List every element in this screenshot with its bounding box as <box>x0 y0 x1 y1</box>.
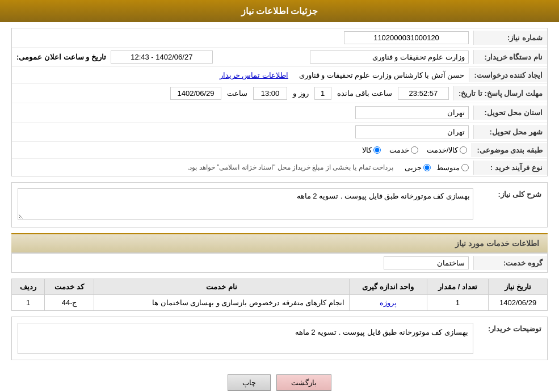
category-kala-khedmat-label: کالا/خدمت <box>427 146 459 154</box>
cell-service-name: انجام کارهای متفرقه درخصوص بازسازی و بهس… <box>94 295 349 311</box>
col-unit: واحد اندازه گیری <box>349 279 427 295</box>
col-quantity: تعداد / مقدار <box>427 279 489 295</box>
category-label: طبقه بندی موضوعی: <box>472 143 547 157</box>
info-section: شماره نیاز: 1102000031000120 نام دستگاه … <box>11 28 548 176</box>
creator-text: حسن آتش با کارشناس وزارت علوم تحقیقات و … <box>299 71 465 79</box>
main-content: شماره نیاز: 1102000031000120 نام دستگاه … <box>0 22 559 392</box>
city-row: شهر محل تحویل: تهران <box>12 123 547 142</box>
table-row: 1402/06/29 1 پروژه انجام کارهای متفرقه د… <box>12 295 548 311</box>
org-date-row: نام دستگاه خریدار: وزارت علوم تحقیقات و … <box>12 48 547 67</box>
category-kala-radio[interactable] <box>373 146 381 154</box>
description-value-wrapper: بهسازی کف موتورخانه طبق فایل پیوست . تسو… <box>18 188 473 221</box>
service-group-row: گروه خدمت: ساختمان <box>12 254 547 272</box>
deadline-time-label: ساعت <box>227 89 247 98</box>
remaining-label: ساعت باقی مانده <box>337 89 392 98</box>
city-label: شهر محل تحویل: <box>473 125 547 139</box>
province-value: تهران <box>12 103 473 122</box>
announce-date-label: تاریخ و ساعت اعلان عمومی: <box>16 53 106 61</box>
services-table: تاریخ نیاز تعداد / مقدار واحد اندازه گیر… <box>11 279 548 311</box>
province-label: استان محل تحویل: <box>473 106 547 120</box>
contact-link[interactable]: اطلاعات تماس خریدار <box>220 71 288 79</box>
province-input: تهران <box>355 106 469 119</box>
deadline-days: 1 <box>314 87 331 100</box>
print-button[interactable]: چاپ <box>228 374 271 391</box>
org-value: وزارت علوم تحقیقات و فناوری <box>217 48 473 66</box>
purchase-note: پرداخت تمام یا بخشی از مبلغ خریداز محل "… <box>187 163 393 171</box>
col-service-code: کد خدمت <box>45 279 94 295</box>
purchase-type-value: متوسط جزیی پرداخت تمام یا بخشی از مبلغ خ… <box>12 161 473 175</box>
creator-value: حسن آتش با کارشناس وزارت علوم تحقیقات و … <box>12 68 469 82</box>
col-service-name: نام خدمت <box>94 279 349 295</box>
cell-unit: پروژه <box>349 295 427 311</box>
deadline-date-row: 23:52:57 ساعت باقی مانده 1 روز و 13:00 س… <box>16 87 449 100</box>
org-input: وزارت علوم تحقیقات و فناوری <box>310 50 469 64</box>
cell-date: 1402/06/29 <box>489 295 548 311</box>
purchase-type-row: نوع فرآیند خرید : متوسط جزیی پرداخت تمام… <box>12 159 547 176</box>
cell-row-num: 1 <box>12 295 45 311</box>
button-row: بازگشت چاپ <box>11 366 548 392</box>
services-section: گروه خدمت: ساختمان <box>11 253 548 273</box>
col-row-num: ردیف <box>12 279 45 295</box>
need-number-value: 1102000031000120 <box>12 28 473 47</box>
page-header: جزئیات اطلاعات نیاز <box>0 0 559 22</box>
back-button[interactable]: بازگشت <box>276 374 331 391</box>
description-label: شرح کلی نیاز: <box>479 188 541 199</box>
deadline-date: 1402/06/29 <box>170 87 221 100</box>
deadline-days-label: روز و <box>293 89 309 98</box>
purchase-mutawasset-radio[interactable] <box>461 164 469 171</box>
buyer-notes-label: توضیحات خریدار: <box>479 323 541 333</box>
description-row: شرح کلی نیاز: بهسازی کف موتورخانه طبق فا… <box>18 188 541 221</box>
province-row: استان محل تحویل: تهران <box>12 103 547 123</box>
purchase-type-group: متوسط جزیی پرداخت تمام یا بخشی از مبلغ خ… <box>16 163 469 172</box>
category-kala-khedmat-item: کالا/خدمت <box>427 146 468 154</box>
deadline-time: 13:00 <box>253 87 287 100</box>
purchase-jozii-item: جزیی <box>405 163 431 172</box>
purchase-mutawasset-item: متوسط <box>436 163 469 172</box>
page-title: جزئیات اطلاعات نیاز <box>241 6 318 16</box>
category-kala-khedmat-radio[interactable] <box>460 146 467 154</box>
purchase-mutawasset-label: متوسط <box>436 163 460 172</box>
need-number-label: شماره نیاز: <box>473 31 547 45</box>
category-kala-label: کالا <box>362 146 372 154</box>
services-section-title: اطلاعات خدمات مورد نیاز <box>11 233 548 253</box>
remaining-time: 23:52:57 <box>398 87 449 100</box>
creator-label: ایجاد کننده درخواست: <box>469 68 547 82</box>
service-group-input: ساختمان <box>384 256 469 269</box>
col-date: تاریخ نیاز <box>489 279 548 295</box>
cell-quantity: 1 <box>427 295 489 311</box>
city-value: تهران <box>12 123 473 141</box>
need-number-row: شماره نیاز: 1102000031000120 <box>12 28 547 48</box>
buyer-notes-section: توضیحات خریدار: بهسازی کف موتورخانه طبق … <box>11 317 548 360</box>
category-value: کالا/خدمت خدمت کالا <box>12 143 472 157</box>
cell-service-code: ج-44 <box>45 295 94 311</box>
announce-date-value: 1402/06/27 - 12:43 <box>111 50 213 64</box>
category-radio-group: کالا/خدمت خدمت کالا <box>16 146 467 154</box>
purchase-jozii-label: جزیی <box>405 163 422 172</box>
creator-row: ایجاد کننده درخواست: حسن آتش با کارشناس … <box>12 67 547 84</box>
description-section: شرح کلی نیاز: بهسازی کف موتورخانه طبق فا… <box>11 182 548 227</box>
buyer-notes-row: توضیحات خریدار: بهسازی کف موتورخانه طبق … <box>18 323 541 354</box>
table-header-row: تاریخ نیاز تعداد / مقدار واحد اندازه گیر… <box>12 279 548 295</box>
category-khedmat-item: خدمت <box>389 146 418 154</box>
org-label: نام دستگاه خریدار: <box>473 50 547 64</box>
service-group-value: ساختمان <box>12 254 473 272</box>
city-input: تهران <box>355 125 469 138</box>
need-number-input: 1102000031000120 <box>344 31 469 44</box>
category-khedmat-label: خدمت <box>389 146 409 154</box>
buyer-notes-value-wrapper: بهسازی کف موتورخانه طبق فایل پیوست . تسو… <box>18 323 473 354</box>
purchase-type-label: نوع فرآیند خرید : <box>473 161 547 175</box>
description-textarea[interactable]: بهسازی کف موتورخانه طبق فایل پیوست . تسو… <box>18 188 473 220</box>
deadline-label: مهلت ارسال پاسخ: تا تاریخ: <box>453 86 547 100</box>
category-khedmat-radio[interactable] <box>411 146 418 154</box>
buyer-notes-box: بهسازی کف موتورخانه طبق فایل پیوست . تسو… <box>18 323 473 354</box>
deadline-value: 23:52:57 ساعت باقی مانده 1 روز و 13:00 س… <box>12 84 453 103</box>
category-kala-item: کالا <box>362 146 381 154</box>
service-group-label: گروه خدمت: <box>473 256 547 270</box>
deadline-row: مهلت ارسال پاسخ: تا تاریخ: 23:52:57 ساعت… <box>12 84 547 103</box>
category-row: طبقه بندی موضوعی: کالا/خدمت خدمت <box>12 142 547 159</box>
purchase-jozii-radio[interactable] <box>423 164 431 171</box>
page-wrapper: جزئیات اطلاعات نیاز شماره نیاز: 11020000… <box>0 0 559 392</box>
